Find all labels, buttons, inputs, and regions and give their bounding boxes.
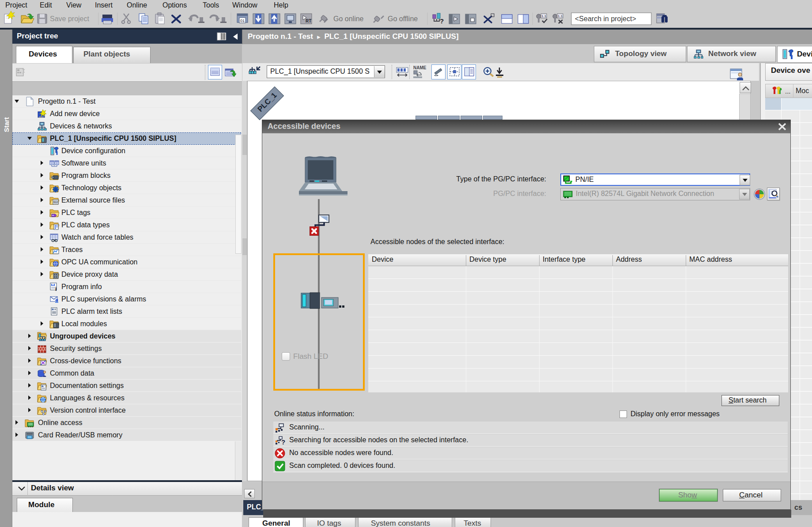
svg-text:1.1: 1.1: [558, 14, 563, 18]
svg-text:?: ?: [440, 17, 444, 25]
svg-text:<Search in project>: <Search in project>: [575, 15, 636, 23]
svg-text:Go offline: Go offline: [388, 15, 418, 23]
svg-text:i: i: [55, 286, 57, 292]
svg-text:RT: RT: [306, 19, 311, 23]
svg-text:01: 01: [240, 19, 245, 23]
svg-text:1.1: 1.1: [541, 14, 547, 18]
svg-text:?: ?: [281, 438, 285, 445]
svg-text:Go online: Go online: [333, 15, 364, 23]
svg-text:01: 01: [54, 201, 57, 203]
svg-text:NAME: NAME: [413, 65, 427, 70]
svg-text:Save project: Save project: [50, 15, 89, 23]
